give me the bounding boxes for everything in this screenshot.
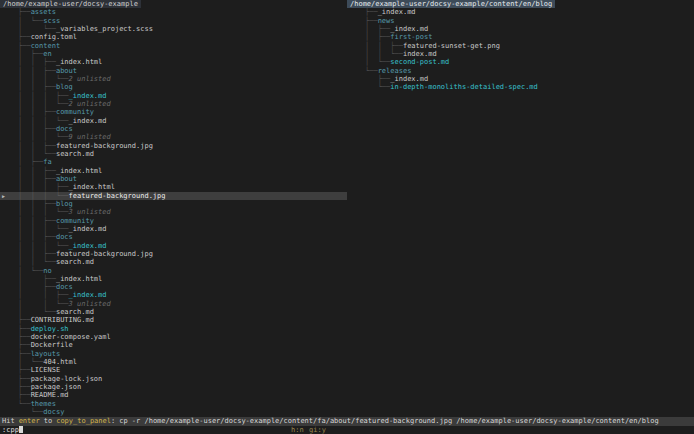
tree-row[interactable]: │ ├──first-post bbox=[347, 33, 694, 41]
tree-row[interactable]: │ │ ├──featured-background.jpg bbox=[0, 250, 347, 258]
tree-branch-lines: │ │ │ └── bbox=[18, 208, 69, 216]
file-name: second-post.md bbox=[390, 58, 449, 66]
directory-name: layouts bbox=[31, 350, 61, 358]
file-name: featured-background.jpg bbox=[69, 192, 166, 200]
tree-branch-lines: │ │ ├── bbox=[18, 250, 56, 258]
file-name: _index.md bbox=[69, 291, 107, 299]
tree-row[interactable]: │ │ ├──blog bbox=[0, 83, 347, 91]
tree-row[interactable]: └──themes bbox=[0, 400, 347, 408]
tree-branch-lines: │ │ │ └── bbox=[18, 133, 69, 141]
tree-row[interactable]: └──releases bbox=[347, 67, 694, 75]
tree-branch-lines: ├── bbox=[18, 8, 31, 16]
tree-row[interactable]: ├──config.toml bbox=[0, 33, 347, 41]
tree-row[interactable]: │ ├──fa bbox=[0, 158, 347, 166]
tree-row[interactable]: │ │ │ └──_index.md bbox=[0, 225, 347, 233]
tree-branch-lines: │ ├── bbox=[18, 158, 43, 166]
directory-name: about bbox=[56, 67, 77, 75]
tree-row[interactable]: │ │ ├──featured-background.jpg bbox=[0, 142, 347, 150]
tree-branch-lines: │ │ ├── bbox=[18, 108, 56, 116]
tree-row[interactable]: │ ├──_index.html bbox=[0, 275, 347, 283]
unlisted-count: 2 unlisted bbox=[69, 100, 111, 108]
tree-branch-lines: ├── bbox=[18, 366, 31, 374]
command-input-line[interactable]: :cpph:ngi:y bbox=[0, 426, 694, 434]
tree-branch-lines: │ └── bbox=[18, 267, 43, 275]
directory-name: en bbox=[43, 50, 51, 58]
tree-row[interactable]: │ │ │ ├──_index.md bbox=[0, 92, 347, 100]
file-name: README.md bbox=[31, 391, 69, 399]
command-input-value: :cpp bbox=[2, 426, 19, 434]
tree-row[interactable]: │ │ ├──community bbox=[0, 217, 347, 225]
tree-row[interactable]: │ │ ├──_index.html bbox=[0, 58, 347, 66]
tree-row[interactable]: │ │ ├──_index.md bbox=[0, 291, 347, 299]
tree-branch-lines: │ │ │ └── bbox=[18, 117, 69, 125]
tree-row[interactable]: ▶│ │ │ └──featured-background.jpg bbox=[0, 192, 347, 200]
directory-name: first-post bbox=[390, 33, 432, 41]
file-name: _index.md bbox=[69, 242, 107, 250]
file-name: search.md bbox=[56, 308, 94, 316]
file-name: search.md bbox=[56, 258, 94, 266]
tree-row[interactable]: ├──news bbox=[347, 17, 694, 25]
tree-row[interactable]: ├──LICENSE bbox=[0, 366, 347, 374]
tree-branch-lines: ├── bbox=[18, 350, 31, 358]
right-panel: /home/example-user/docsy-example/content… bbox=[347, 0, 694, 417]
gitignore-flag[interactable]: gi:y bbox=[309, 426, 326, 434]
tree-row[interactable]: │ │ │ └──3 unlisted bbox=[0, 208, 347, 216]
tree-row[interactable]: └──docsy bbox=[0, 408, 347, 416]
tree-branch-lines: │ └── bbox=[18, 358, 43, 366]
tree-row[interactable]: ├──README.md bbox=[0, 391, 347, 399]
tree-branch-lines: │ │ ├── bbox=[18, 125, 56, 133]
tree-row[interactable]: │ │ └──search.md bbox=[0, 258, 347, 266]
tree-row[interactable]: │ │ │ └──9 unlisted bbox=[0, 133, 347, 141]
file-name: _index.md bbox=[390, 25, 428, 33]
tree-row[interactable]: ├──content bbox=[0, 42, 347, 50]
tree-branch-lines: │ │ ├── bbox=[18, 200, 56, 208]
tree-branch-lines: │ ├── bbox=[18, 275, 56, 283]
tree-branch-lines: │ │ │ └── bbox=[18, 100, 69, 108]
tree-branch-lines: ├── bbox=[18, 391, 31, 399]
tree-row[interactable]: ├──package-lock.json bbox=[0, 375, 347, 383]
status-bar: Hitentertocopy_to_panel:cp -r /home/exam… bbox=[0, 417, 694, 426]
tree-row[interactable]: ├──layouts bbox=[0, 350, 347, 358]
tree-row[interactable]: │ │ │ └──_index.md bbox=[0, 117, 347, 125]
file-name: 404.html bbox=[43, 358, 77, 366]
tree-branch-lines: │ │ │ └── bbox=[18, 242, 69, 250]
tree-row[interactable]: │ │ │ ├──_index.html bbox=[0, 183, 347, 191]
tree-row[interactable]: ├──Dockerfile bbox=[0, 341, 347, 349]
status-command: cp -r /home/example-user/docsy-example/c… bbox=[119, 417, 658, 425]
tree-row[interactable]: ├──assets bbox=[0, 8, 347, 16]
file-name: Dockerfile bbox=[31, 341, 73, 349]
terminal-screen: /home/example-user/docsy-example ├──asse… bbox=[0, 0, 694, 434]
file-name: package.json bbox=[31, 383, 82, 391]
tree-row[interactable]: │ │ └──search.md bbox=[0, 150, 347, 158]
tree-branch-lines: │ │ │ └── bbox=[18, 75, 69, 83]
tree-row[interactable]: └──in-depth-monoliths-detailed-spec.md bbox=[347, 83, 694, 91]
status-action: copy_to_panel bbox=[56, 417, 111, 425]
file-name: _variables_project.scss bbox=[56, 25, 153, 33]
tree-row[interactable]: │ │ ├──docs bbox=[0, 125, 347, 133]
tree-row[interactable]: │ │ ├──blog bbox=[0, 200, 347, 208]
unlisted-count: 2 unlisted bbox=[69, 75, 111, 83]
tree-row[interactable]: │ └──scss bbox=[0, 17, 347, 25]
tree-row[interactable]: │ │ ├──about bbox=[0, 175, 347, 183]
hidden-files-flag[interactable]: h:n bbox=[291, 426, 304, 434]
tree-row[interactable]: │ │ ├──community bbox=[0, 108, 347, 116]
tree-branch-lines: │ │ └── bbox=[18, 150, 56, 158]
tree-row[interactable]: │ │ │ └──_index.md bbox=[0, 242, 347, 250]
tree-row[interactable]: │ │ └──3 unlisted bbox=[0, 300, 347, 308]
tree-branch-lines: │ ├── bbox=[365, 25, 390, 33]
tree-branch-lines: └── bbox=[18, 408, 43, 416]
file-name: in-depth-monoliths-detailed-spec.md bbox=[390, 83, 538, 91]
status-key-enter: enter bbox=[19, 417, 40, 425]
tree-row[interactable]: │ │ ├──about bbox=[0, 67, 347, 75]
file-name: config.toml bbox=[31, 33, 77, 41]
tree-row[interactable]: │ │ ├──_index.html bbox=[0, 167, 347, 175]
tree-row[interactable]: ├──CONTRIBUTING.md bbox=[0, 316, 347, 324]
tree-row[interactable]: ├──deploy.sh bbox=[0, 325, 347, 333]
tree-row[interactable]: │ │ ├──docs bbox=[0, 233, 347, 241]
tree-row[interactable]: │ │ ├──featured-sunset-get.png bbox=[347, 42, 694, 50]
tree-row[interactable]: ├──_index.md bbox=[347, 8, 694, 16]
directory-name: themes bbox=[31, 400, 56, 408]
tree-row[interactable]: │ └──second-post.md bbox=[347, 58, 694, 66]
directory-name: about bbox=[56, 175, 77, 183]
tree-row[interactable]: │ └──no bbox=[0, 267, 347, 275]
